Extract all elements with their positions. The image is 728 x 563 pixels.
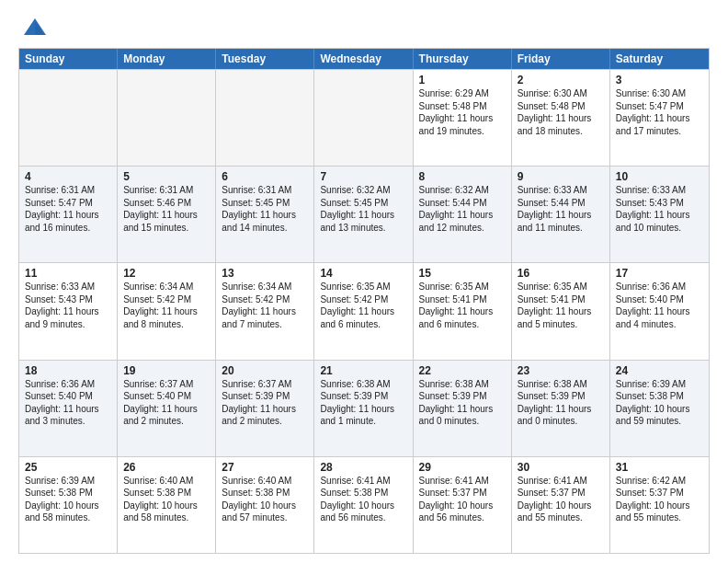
calendar-row-0: 1Sunrise: 6:29 AM Sunset: 5:48 PM Daylig… (19, 69, 709, 166)
cal-cell-4-5: 30Sunrise: 6:41 AM Sunset: 5:37 PM Dayli… (512, 457, 610, 553)
cal-cell-4-3: 28Sunrise: 6:41 AM Sunset: 5:38 PM Dayli… (314, 457, 413, 553)
day-number: 31 (616, 461, 703, 474)
cal-cell-3-2: 20Sunrise: 6:37 AM Sunset: 5:39 PM Dayli… (216, 361, 314, 456)
day-number: 4 (25, 170, 111, 183)
cal-cell-4-0: 25Sunrise: 6:39 AM Sunset: 5:38 PM Dayli… (19, 457, 118, 553)
cal-cell-2-2: 13Sunrise: 6:34 AM Sunset: 5:42 PM Dayli… (216, 263, 314, 359)
cell-info: Sunrise: 6:29 AM Sunset: 5:48 PM Dayligh… (419, 87, 506, 137)
calendar-header: SundayMondayTuesdayWednesdayThursdayFrid… (19, 49, 709, 69)
cell-info: Sunrise: 6:31 AM Sunset: 5:47 PM Dayligh… (25, 184, 111, 234)
cal-cell-2-3: 14Sunrise: 6:35 AM Sunset: 5:42 PM Dayli… (314, 263, 413, 359)
day-number: 6 (222, 170, 308, 183)
header-day-friday: Friday (512, 49, 610, 69)
cal-cell-0-1 (118, 70, 216, 166)
day-number: 29 (419, 461, 506, 474)
calendar-row-3: 18Sunrise: 6:36 AM Sunset: 5:40 PM Dayli… (19, 360, 709, 456)
cal-cell-3-3: 21Sunrise: 6:38 AM Sunset: 5:39 PM Dayli… (314, 361, 413, 456)
cell-info: Sunrise: 6:31 AM Sunset: 5:45 PM Dayligh… (222, 184, 308, 234)
day-number: 25 (25, 461, 111, 474)
cal-cell-2-6: 17Sunrise: 6:36 AM Sunset: 5:40 PM Dayli… (610, 263, 709, 359)
header-day-thursday: Thursday (414, 49, 512, 69)
day-number: 7 (320, 170, 406, 183)
logo-icon (22, 15, 48, 40)
day-number: 5 (123, 170, 210, 183)
cal-cell-4-1: 26Sunrise: 6:40 AM Sunset: 5:38 PM Dayli… (118, 457, 216, 553)
cell-info: Sunrise: 6:30 AM Sunset: 5:48 PM Dayligh… (518, 87, 604, 137)
cal-cell-2-0: 11Sunrise: 6:33 AM Sunset: 5:43 PM Dayli… (19, 263, 118, 359)
calendar-body: 1Sunrise: 6:29 AM Sunset: 5:48 PM Daylig… (19, 69, 709, 553)
day-number: 16 (518, 267, 604, 280)
cell-info: Sunrise: 6:35 AM Sunset: 5:41 PM Dayligh… (518, 281, 604, 330)
day-number: 22 (419, 364, 506, 377)
day-number: 26 (123, 461, 210, 474)
cell-info: Sunrise: 6:34 AM Sunset: 5:42 PM Dayligh… (123, 281, 210, 330)
cal-cell-3-5: 23Sunrise: 6:38 AM Sunset: 5:39 PM Dayli… (512, 361, 610, 456)
cal-cell-1-4: 8Sunrise: 6:32 AM Sunset: 5:44 PM Daylig… (414, 167, 512, 262)
day-number: 10 (616, 170, 703, 183)
cal-cell-2-1: 12Sunrise: 6:34 AM Sunset: 5:42 PM Dayli… (118, 263, 216, 359)
cal-cell-0-5: 2Sunrise: 6:30 AM Sunset: 5:48 PM Daylig… (512, 70, 610, 166)
header-day-sunday: Sunday (19, 49, 118, 69)
day-number: 13 (222, 267, 308, 280)
cell-info: Sunrise: 6:35 AM Sunset: 5:41 PM Dayligh… (419, 281, 506, 330)
day-number: 3 (616, 74, 703, 86)
cal-cell-0-0 (19, 70, 118, 166)
day-number: 17 (616, 267, 703, 280)
cal-cell-0-2 (216, 70, 314, 166)
cell-info: Sunrise: 6:38 AM Sunset: 5:39 PM Dayligh… (419, 378, 506, 428)
day-number: 20 (222, 364, 308, 377)
header-day-monday: Monday (118, 49, 216, 69)
cell-info: Sunrise: 6:33 AM Sunset: 5:44 PM Dayligh… (518, 184, 604, 234)
cal-cell-4-2: 27Sunrise: 6:40 AM Sunset: 5:38 PM Dayli… (216, 457, 314, 553)
header-day-wednesday: Wednesday (314, 49, 413, 69)
day-number: 23 (518, 364, 604, 377)
cal-cell-1-2: 6Sunrise: 6:31 AM Sunset: 5:45 PM Daylig… (216, 167, 314, 262)
cell-info: Sunrise: 6:39 AM Sunset: 5:38 PM Dayligh… (616, 378, 703, 428)
cal-cell-3-1: 19Sunrise: 6:37 AM Sunset: 5:40 PM Dayli… (118, 361, 216, 456)
cell-info: Sunrise: 6:31 AM Sunset: 5:46 PM Dayligh… (123, 184, 210, 234)
cell-info: Sunrise: 6:30 AM Sunset: 5:47 PM Dayligh… (616, 87, 703, 137)
calendar-row-4: 25Sunrise: 6:39 AM Sunset: 5:38 PM Dayli… (19, 456, 709, 553)
cal-cell-3-4: 22Sunrise: 6:38 AM Sunset: 5:39 PM Dayli… (414, 361, 512, 456)
svg-marker-1 (35, 22, 44, 35)
cell-info: Sunrise: 6:40 AM Sunset: 5:38 PM Dayligh… (222, 475, 308, 524)
cell-info: Sunrise: 6:33 AM Sunset: 5:43 PM Dayligh… (616, 184, 703, 234)
header-day-saturday: Saturday (610, 49, 709, 69)
day-number: 28 (320, 461, 406, 474)
cell-info: Sunrise: 6:35 AM Sunset: 5:42 PM Dayligh… (320, 281, 406, 330)
cell-info: Sunrise: 6:33 AM Sunset: 5:43 PM Dayligh… (25, 281, 111, 330)
cell-info: Sunrise: 6:41 AM Sunset: 5:37 PM Dayligh… (419, 475, 506, 524)
cell-info: Sunrise: 6:34 AM Sunset: 5:42 PM Dayligh… (222, 281, 308, 330)
calendar-row-1: 4Sunrise: 6:31 AM Sunset: 5:47 PM Daylig… (19, 166, 709, 262)
cal-cell-1-5: 9Sunrise: 6:33 AM Sunset: 5:44 PM Daylig… (512, 167, 610, 262)
cal-cell-2-4: 15Sunrise: 6:35 AM Sunset: 5:41 PM Dayli… (414, 263, 512, 359)
day-number: 9 (518, 170, 604, 183)
day-number: 19 (123, 364, 210, 377)
cal-cell-4-4: 29Sunrise: 6:41 AM Sunset: 5:37 PM Dayli… (414, 457, 512, 553)
cal-cell-1-3: 7Sunrise: 6:32 AM Sunset: 5:45 PM Daylig… (314, 167, 413, 262)
cal-cell-3-0: 18Sunrise: 6:36 AM Sunset: 5:40 PM Dayli… (19, 361, 118, 456)
page: SundayMondayTuesdayWednesdayThursdayFrid… (0, 0, 728, 563)
cell-info: Sunrise: 6:32 AM Sunset: 5:45 PM Dayligh… (320, 184, 406, 234)
day-number: 18 (25, 364, 111, 377)
cal-cell-0-6: 3Sunrise: 6:30 AM Sunset: 5:47 PM Daylig… (610, 70, 709, 166)
cal-cell-1-0: 4Sunrise: 6:31 AM Sunset: 5:47 PM Daylig… (19, 167, 118, 262)
cell-info: Sunrise: 6:41 AM Sunset: 5:38 PM Dayligh… (320, 475, 406, 524)
cell-info: Sunrise: 6:40 AM Sunset: 5:38 PM Dayligh… (123, 475, 210, 524)
cell-info: Sunrise: 6:38 AM Sunset: 5:39 PM Dayligh… (320, 378, 406, 428)
day-number: 14 (320, 267, 406, 280)
day-number: 11 (25, 267, 111, 280)
cell-info: Sunrise: 6:37 AM Sunset: 5:39 PM Dayligh… (222, 378, 308, 428)
cal-cell-0-4: 1Sunrise: 6:29 AM Sunset: 5:48 PM Daylig… (414, 70, 512, 166)
header (18, 15, 710, 40)
day-number: 2 (518, 74, 604, 86)
cal-cell-4-6: 31Sunrise: 6:42 AM Sunset: 5:37 PM Dayli… (610, 457, 709, 553)
cell-info: Sunrise: 6:32 AM Sunset: 5:44 PM Dayligh… (419, 184, 506, 234)
cell-info: Sunrise: 6:37 AM Sunset: 5:40 PM Dayligh… (123, 378, 210, 428)
cal-cell-1-6: 10Sunrise: 6:33 AM Sunset: 5:43 PM Dayli… (610, 167, 709, 262)
cal-cell-1-1: 5Sunrise: 6:31 AM Sunset: 5:46 PM Daylig… (118, 167, 216, 262)
logo (18, 15, 48, 40)
calendar: SundayMondayTuesdayWednesdayThursdayFrid… (18, 48, 710, 554)
cell-info: Sunrise: 6:42 AM Sunset: 5:37 PM Dayligh… (616, 475, 703, 524)
day-number: 27 (222, 461, 308, 474)
